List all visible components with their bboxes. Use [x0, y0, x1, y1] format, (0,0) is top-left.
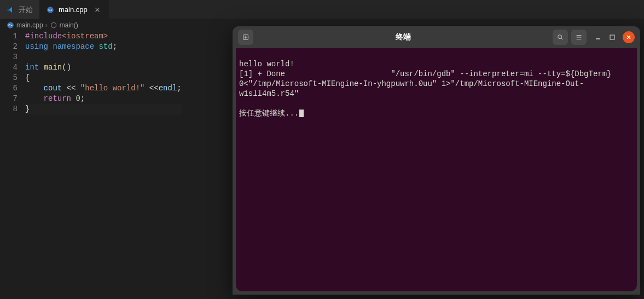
maximize-icon[interactable] — [608, 33, 616, 41]
chevron-right-icon: › — [45, 21, 48, 29]
terminal-title: 终端 — [257, 32, 549, 42]
terminal-body[interactable]: hello world! [1] + Done "/usr/bin/gdb" -… — [236, 48, 637, 291]
breadcrumb-file: main.cpp — [16, 21, 43, 29]
menu-button[interactable] — [571, 30, 587, 45]
terminal-window: 终端 hello world! [1] + Done — [233, 26, 640, 295]
terminal-titlebar[interactable]: 终端 — [233, 26, 640, 48]
tab-start[interactable]: 开始 — [0, 0, 40, 19]
minimize-icon[interactable] — [594, 33, 602, 41]
close-icon[interactable] — [93, 5, 102, 14]
new-tab-button[interactable] — [238, 30, 253, 45]
breadcrumb-symbol: main() — [60, 21, 78, 29]
svg-point-5 — [558, 35, 562, 39]
vscode-icon — [7, 5, 15, 14]
terminal-output-line: [1] + Done "/usr/bin/gdb" --interpreter=… — [239, 70, 616, 98]
cpp-icon: C+ — [47, 5, 55, 14]
tab-label: main.cpp — [59, 5, 88, 14]
close-icon[interactable] — [623, 31, 635, 43]
terminal-prompt: 按任意键继续... — [239, 109, 299, 118]
svg-text:C+: C+ — [8, 24, 13, 27]
svg-text:C+: C+ — [48, 8, 53, 12]
cube-icon — [50, 21, 57, 29]
tab-bar: 开始 C+ main.cpp — [0, 0, 644, 19]
tab-label: 开始 — [19, 5, 33, 15]
svg-rect-6 — [610, 35, 614, 39]
search-button[interactable] — [553, 30, 568, 45]
cursor — [299, 110, 304, 117]
line-gutter: 1 2 3 4 5 6 7 8 — [0, 31, 25, 114]
terminal-output-line: hello world! — [239, 60, 294, 68]
code-content[interactable]: #include<iostream> using namespace std; … — [25, 31, 182, 114]
tab-main-cpp[interactable]: C+ main.cpp — [40, 0, 109, 19]
cpp-icon: C+ — [7, 21, 14, 29]
